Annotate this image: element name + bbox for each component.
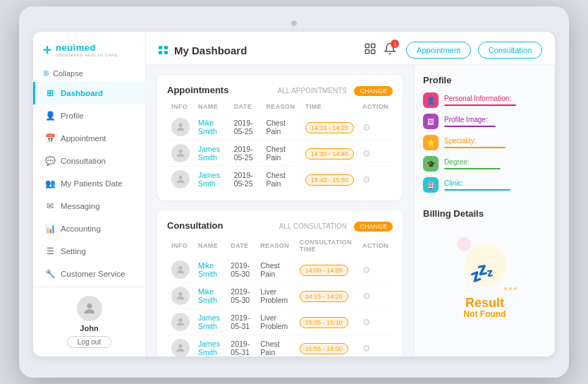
accounting-icon: 📊 (45, 224, 55, 234)
sidebar-item-messaging[interactable]: ✉ Messaging (33, 195, 145, 217)
patient-avatar (171, 260, 190, 279)
avatar (77, 296, 102, 321)
sidebar-logo: ✛ neuimed ONDEMAND HEALTH CARE (33, 32, 145, 65)
cell-action[interactable]: ⚙ (358, 167, 393, 193)
col-name: NAME (194, 239, 226, 257)
profile-icon: 👤 (45, 111, 55, 121)
profile-label-area: Degree: (444, 158, 546, 169)
svg-point-5 (178, 124, 182, 127)
profile-progress-bar (444, 104, 516, 106)
settings-icon[interactable]: ⚙ (362, 291, 371, 301)
profile-icon-symbol: 👤 (427, 97, 435, 104)
appointment-icon: 📅 (45, 133, 55, 143)
billing-section: Billing Details 💤 (423, 208, 546, 330)
setting-icon: ☰ (45, 246, 55, 256)
all-appointments-link[interactable]: ALL APPOINTMENTS (277, 87, 347, 95)
cell-date: 2019-05-25 (230, 114, 262, 140)
sidebar-item-consultation[interactable]: 💬 Consultation (33, 150, 145, 172)
svg-rect-4 (372, 50, 375, 54)
time-badge: 14:10 - 14:25 (305, 122, 354, 133)
settings-icon[interactable]: ⚙ (362, 265, 371, 275)
patient-avatar (171, 287, 190, 305)
time-badge: 14:00 - 14:05 (300, 265, 348, 276)
sidebar-nav: ⊞ Dashboard 👤 Profile 📅 Appointment 💬 Co… (33, 82, 145, 287)
consultation-actions: ALL CONSULTATION CHANGE (279, 219, 393, 232)
sidebar-item-accounting[interactable]: 📊 Accounting (33, 217, 145, 240)
profile-item: ⭐ Speciality: (423, 135, 546, 150)
user-name: John (80, 324, 98, 332)
cell-avatar (167, 335, 194, 357)
page-title: My Dashboard (174, 44, 247, 56)
logo-text: neuimed ONDEMAND HEALTH CARE (56, 43, 118, 58)
appointments-header: Appointments ALL APPOINTMENTS CHANGE (167, 83, 393, 96)
cell-time: 14:00 - 14:05 (295, 257, 358, 283)
main-content: My Dashboard 1 Appointment Consultation (146, 32, 555, 356)
device-top (33, 20, 555, 26)
cell-action[interactable]: ⚙ (358, 283, 393, 309)
patient-avatar (171, 170, 190, 188)
cell-avatar (167, 309, 194, 335)
consultation-change-badge[interactable]: CHANGE (354, 222, 393, 232)
cell-reason: Chest Pain (262, 167, 301, 193)
device-frame: ✛ neuimed ONDEMAND HEALTH CARE ⊞ Collaps… (19, 6, 569, 378)
customer-service-label: Customer Service (61, 270, 125, 278)
profile-icon-symbol: ⭐ (427, 139, 435, 147)
profile-progress-bar (444, 126, 496, 127)
patient-name: James Smth (198, 171, 220, 188)
all-consultation-link[interactable]: ALL CONSULTATION (279, 222, 347, 230)
rnf-dot (514, 287, 517, 290)
cell-date: 2019-05-31 (226, 309, 256, 335)
main-body: Appointments ALL APPOINTMENTS CHANGE INF… (146, 65, 555, 356)
settings-icon[interactable]: ⚙ (362, 343, 371, 354)
sidebar-user: John Log out (33, 287, 145, 356)
cell-action[interactable]: ⚙ (358, 140, 393, 167)
profile-item: 🎓 Degree: (423, 156, 546, 172)
svg-point-10 (178, 318, 182, 322)
profile-item: 🏥 Clinic: (423, 177, 546, 193)
cell-action[interactable]: ⚙ (358, 335, 393, 357)
svg-point-8 (178, 266, 182, 270)
col-time: TIME (301, 103, 358, 114)
profile-section: Profile 👤 Personal Information: 🖼 Profil… (423, 75, 546, 198)
notification-icon[interactable]: 1 (384, 42, 396, 58)
appointments-change-badge[interactable]: CHANGE (354, 86, 393, 96)
svg-point-9 (178, 292, 182, 296)
time-badge: 15:05 - 15:10 (300, 317, 348, 328)
profile-label-area: Personal Information: (444, 95, 546, 106)
profile-label-text: Clinic: (444, 179, 546, 187)
header-actions: 1 Appointment Consultation (364, 42, 542, 59)
profile-label-text: Degree: (444, 158, 546, 166)
settings-icon[interactable]: ⚙ (362, 317, 371, 328)
cell-name: Mike Smith (194, 114, 230, 140)
cell-date: 2019-05-30 (226, 257, 256, 283)
app-window: ✛ neuimed ONDEMAND HEALTH CARE ⊞ Collaps… (33, 32, 555, 356)
cell-time: 14:30 - 14:40 (301, 140, 358, 167)
cell-action[interactable]: ⚙ (358, 114, 393, 140)
sidebar-item-dashboard[interactable]: ⊞ Dashboard (33, 82, 145, 104)
collapse-label: Collapse (53, 69, 83, 78)
settings-icon[interactable]: ⚙ (362, 174, 371, 185)
grid-header-icon[interactable] (364, 42, 376, 58)
result-not-found: 💤 Result Not Found (423, 226, 546, 330)
cell-reason: Chest Pain (256, 335, 295, 357)
rnf-dot (504, 287, 507, 290)
billing-title: Billing Details (423, 208, 546, 219)
sidebar-item-appointment[interactable]: 📅 Appointment (33, 127, 145, 150)
settings-icon[interactable]: ⚙ (362, 148, 371, 159)
settings-icon[interactable]: ⚙ (362, 122, 371, 133)
consultation-button[interactable]: Consultation (478, 42, 542, 59)
sidebar-item-my-patients[interactable]: 👥 My Patients Date (33, 172, 145, 195)
svg-point-7 (178, 176, 182, 179)
sidebar-item-customer-service[interactable]: 🔧 Customer Service (33, 263, 145, 285)
collapse-button[interactable]: ⊞ Collapse (33, 65, 145, 82)
appointments-table: INFO NAME DATE REASON TIME ACTION (167, 103, 393, 192)
logout-button[interactable]: Log out (67, 336, 111, 348)
cell-reason: Chest Pain (262, 114, 301, 140)
consultation-label: Consultation (61, 157, 106, 165)
cell-action[interactable]: ⚙ (358, 257, 393, 283)
sidebar-item-setting[interactable]: ☰ Setting (33, 240, 145, 263)
sidebar-item-profile[interactable]: 👤 Profile (33, 104, 145, 127)
patient-name: Mike Smith (198, 119, 217, 136)
cell-action[interactable]: ⚙ (358, 309, 393, 335)
appointment-button[interactable]: Appointment (406, 42, 471, 59)
